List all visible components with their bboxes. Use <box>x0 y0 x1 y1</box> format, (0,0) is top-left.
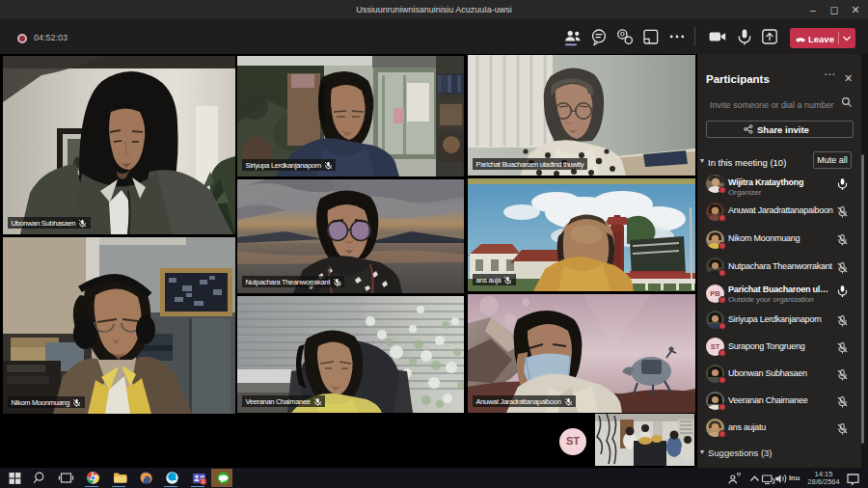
svg-text:1: 1 <box>202 478 204 484</box>
